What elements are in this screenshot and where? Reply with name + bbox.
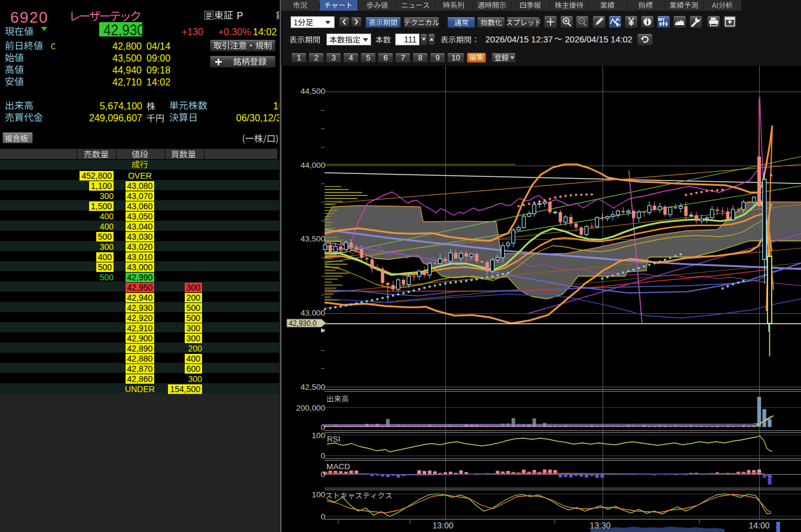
svg-text:42,930.0: 42,930.0 [289,319,317,328]
svg-text:MY: MY [658,17,665,22]
